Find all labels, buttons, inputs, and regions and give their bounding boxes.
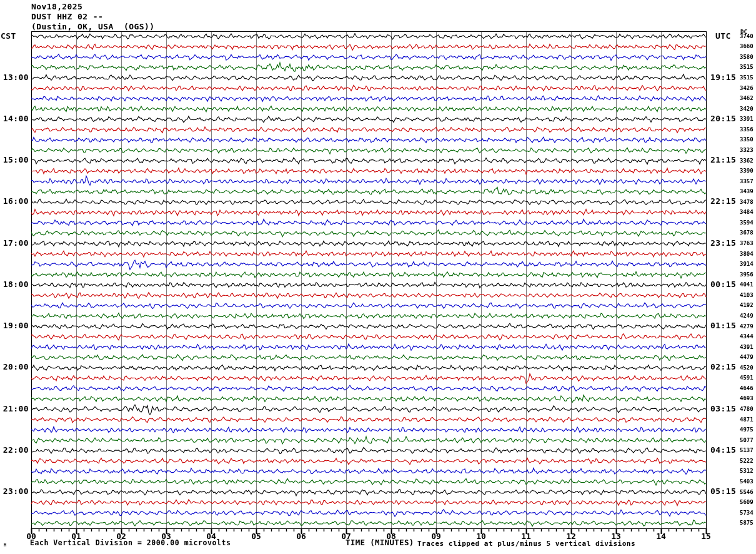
dc-value: 3420 bbox=[740, 106, 754, 112]
dc-value: 4103 bbox=[740, 293, 754, 298]
dc-value: 4975 bbox=[740, 427, 754, 433]
dc-value: 4344 bbox=[740, 334, 754, 340]
dc-value: 5734 bbox=[740, 510, 754, 516]
dc-value: 3462 bbox=[740, 96, 754, 101]
dc-value: 3391 bbox=[740, 116, 754, 122]
x-tick-label: 02 bbox=[110, 532, 132, 540]
utc-tick-label: 22:15 bbox=[710, 197, 736, 205]
dc-value: 4591 bbox=[740, 375, 754, 381]
clip-note: Traces clipped at plus/minus 5 vertical … bbox=[417, 540, 635, 547]
utc-tick-label: 05:15 bbox=[710, 487, 736, 495]
dc-value: 3390 bbox=[740, 168, 754, 174]
dc-value: 3594 bbox=[740, 220, 754, 226]
dc-value: 4041 bbox=[740, 282, 754, 288]
x-tick-label: 11 bbox=[515, 532, 537, 540]
dc-value: 4479 bbox=[740, 355, 754, 360]
dc-value: 5312 bbox=[740, 468, 754, 474]
dc-value: 3362 bbox=[740, 158, 754, 164]
x-tick-label: 00 bbox=[20, 532, 42, 540]
utc-tick-label: 03:15 bbox=[710, 405, 736, 413]
dc-value: 4249 bbox=[740, 313, 754, 319]
dc-value: 3356 bbox=[740, 127, 754, 133]
x-tick-label: 14 bbox=[650, 532, 672, 540]
dc-value: 3478 bbox=[740, 199, 754, 205]
cst-tick-label: 13:00 bbox=[0, 73, 29, 81]
dc-value: 3914 bbox=[740, 261, 754, 267]
dc-value: 4780 bbox=[740, 406, 754, 412]
dc-value: 5222 bbox=[740, 458, 754, 464]
cst-tick-label: 22:00 bbox=[0, 446, 29, 454]
scale-note: Each Vertical Division = 2000.00 microvo… bbox=[30, 540, 231, 547]
right-axis-title: UTC bbox=[715, 32, 731, 40]
cst-tick-label: 21:00 bbox=[0, 405, 29, 413]
x-tick-label: 03 bbox=[155, 532, 177, 540]
dc-value: 4871 bbox=[740, 417, 754, 423]
x-tick-label: 01 bbox=[65, 532, 87, 540]
dc-value: 3660 bbox=[740, 44, 754, 49]
x-tick-label: 10 bbox=[470, 532, 492, 540]
corner-glyph: M bbox=[4, 543, 6, 548]
dc-value: 5077 bbox=[740, 438, 754, 443]
utc-tick-label: 02:15 bbox=[710, 363, 736, 371]
utc-tick-label: 21:15 bbox=[710, 156, 736, 164]
x-tick-label: 08 bbox=[380, 532, 402, 540]
seismogram-canvas bbox=[0, 0, 756, 554]
cst-tick-label: 23:00 bbox=[0, 487, 29, 495]
dc-value: 4279 bbox=[740, 324, 754, 330]
x-tick-label: 09 bbox=[425, 532, 447, 540]
dc-value: 4391 bbox=[740, 345, 754, 350]
dc-value: 4192 bbox=[740, 303, 754, 308]
cst-tick-label: 18:00 bbox=[0, 280, 29, 288]
location-label: (Dustin, OK, USA (OGS)) bbox=[31, 23, 154, 31]
dc-value: 3323 bbox=[740, 148, 754, 153]
dc-value: 3740 bbox=[740, 34, 754, 39]
dc-value: 5546 bbox=[740, 490, 754, 495]
dc-value: 4646 bbox=[740, 386, 754, 391]
station-label: DUST HHZ 02 -- bbox=[31, 13, 103, 21]
dc-value: 3804 bbox=[740, 251, 754, 257]
x-tick-label: 13 bbox=[605, 532, 627, 540]
dc-value: 3580 bbox=[740, 54, 754, 60]
dc-value: 5875 bbox=[740, 520, 754, 526]
x-tick-label: 05 bbox=[245, 532, 267, 540]
utc-tick-label: 19:15 bbox=[710, 73, 736, 81]
dc-value: 5403 bbox=[740, 479, 754, 485]
x-tick-label: 04 bbox=[200, 532, 222, 540]
x-tick-label: 06 bbox=[290, 532, 312, 540]
x-tick-label: 07 bbox=[335, 532, 357, 540]
cst-tick-label: 14:00 bbox=[0, 114, 29, 123]
cst-tick-label: 15:00 bbox=[0, 156, 29, 164]
dc-value: 3956 bbox=[740, 272, 754, 278]
dc-value: 3439 bbox=[740, 189, 754, 194]
date-label: Nov18,2025 bbox=[31, 3, 82, 11]
dc-value: 3350 bbox=[740, 137, 754, 143]
webicorder-page: { "header": { "date": "Nov18,2025", "sta… bbox=[0, 0, 756, 554]
x-tick-label: 15 bbox=[695, 532, 717, 540]
left-axis-title: CST bbox=[1, 32, 16, 40]
utc-tick-label: 04:15 bbox=[710, 446, 736, 454]
x-tick-label: 12 bbox=[560, 532, 582, 540]
utc-tick-label: 00:15 bbox=[710, 280, 736, 288]
dc-value: 3515 bbox=[740, 75, 754, 81]
dc-value: 3426 bbox=[740, 86, 754, 91]
dc-value: 3763 bbox=[740, 241, 754, 246]
dc-value: 3484 bbox=[740, 209, 754, 215]
cst-tick-label: 20:00 bbox=[0, 363, 29, 371]
dc-value: 3515 bbox=[740, 64, 754, 70]
utc-tick-label: 01:15 bbox=[710, 321, 736, 330]
utc-tick-label: 23:15 bbox=[710, 239, 736, 247]
dc-value: 5609 bbox=[740, 500, 754, 505]
cst-tick-label: 17:00 bbox=[0, 239, 29, 247]
dc-value: 5137 bbox=[740, 448, 754, 453]
dc-value: 3357 bbox=[740, 179, 754, 184]
dc-value: 4520 bbox=[740, 365, 754, 371]
cst-tick-label: 19:00 bbox=[0, 321, 29, 330]
dc-value: 4693 bbox=[740, 396, 754, 401]
dc-value: 3678 bbox=[740, 230, 754, 236]
utc-tick-label: 20:15 bbox=[710, 114, 736, 123]
cst-tick-label: 16:00 bbox=[0, 197, 29, 205]
